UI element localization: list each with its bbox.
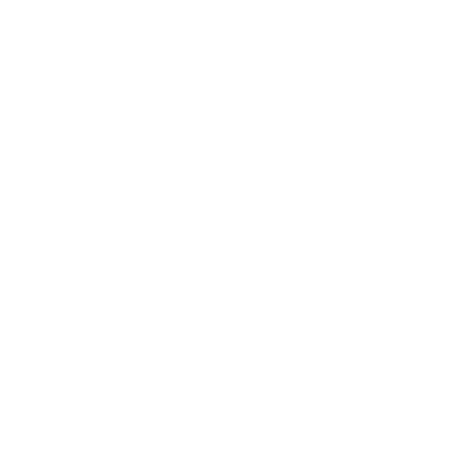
diagram-container (0, 0, 476, 476)
